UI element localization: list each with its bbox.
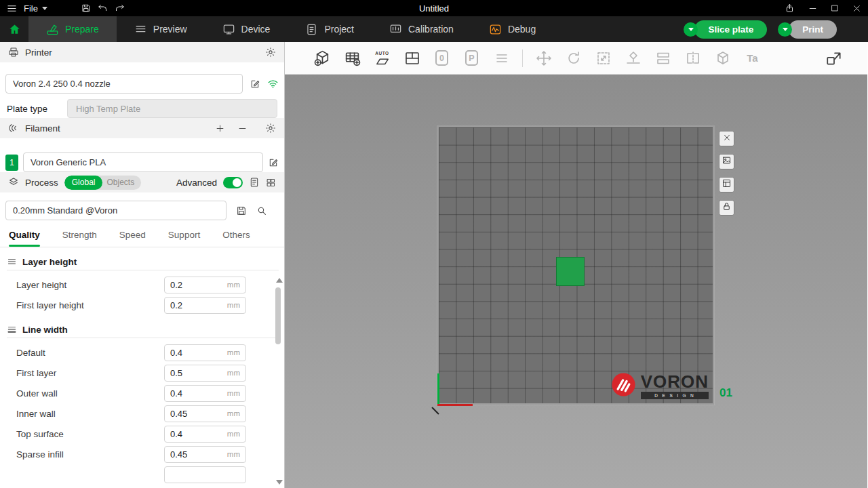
- maximize-button[interactable]: [831, 4, 839, 12]
- lay-flat-icon[interactable]: [624, 47, 642, 69]
- process-list-icon[interactable]: [249, 177, 260, 188]
- param-input[interactable]: 0.5 mm: [164, 365, 246, 382]
- param-input[interactable]: 0.4 mm: [164, 344, 246, 361]
- printer-connection-wifi-icon[interactable]: [267, 78, 279, 89]
- param-row: First layer height 0.2 mm: [16, 295, 246, 315]
- process-scope-toggle[interactable]: Global Objects: [64, 176, 141, 190]
- advanced-toggle[interactable]: [223, 177, 243, 188]
- origin-axis-icon: [431, 407, 439, 414]
- auto-orient-icon[interactable]: AUTO: [373, 47, 391, 69]
- scale-icon[interactable]: [594, 47, 612, 69]
- process-section-title: Process: [25, 178, 58, 188]
- lock-icon: [722, 201, 732, 214]
- param-label: Default: [16, 348, 45, 358]
- printer-gear-icon[interactable]: [265, 47, 276, 58]
- scrollbar-thumb[interactable]: [275, 287, 281, 344]
- tab-debug[interactable]: Debug: [471, 16, 553, 42]
- search-icon[interactable]: [256, 205, 267, 216]
- filament-gear-icon[interactable]: [265, 123, 276, 134]
- plate-type-label: Plate type: [7, 104, 60, 114]
- filament-slot-badge[interactable]: 1: [5, 155, 18, 171]
- minimize-button[interactable]: [808, 4, 817, 13]
- save-preset-icon[interactable]: [236, 205, 247, 216]
- zero-badge-icon[interactable]: 0: [433, 47, 451, 69]
- move-icon[interactable]: [534, 47, 553, 69]
- plate-settings-button[interactable]: [719, 177, 734, 192]
- split-objects-icon[interactable]: [684, 47, 702, 69]
- tab-calibration[interactable]: Calibration: [372, 16, 471, 42]
- plate-lock-button[interactable]: [719, 200, 734, 216]
- tab-prepare[interactable]: Prepare: [28, 16, 117, 42]
- p-badge-icon[interactable]: P: [462, 47, 481, 69]
- process-preset-select[interactable]: 0.20mm Standard @Voron: [5, 201, 226, 220]
- param-input[interactable]: 0.2 mm: [164, 277, 246, 293]
- chevron-down-icon: [783, 28, 788, 31]
- add-filament-icon[interactable]: [215, 123, 225, 134]
- slice-plate-button[interactable]: Slice plate: [694, 20, 767, 39]
- plate-close-button[interactable]: [719, 131, 734, 146]
- param-input[interactable]: 0.4 mm: [164, 385, 246, 402]
- home-button[interactable]: [0, 16, 28, 42]
- model-object[interactable]: [556, 257, 585, 286]
- param-label: Layer height: [16, 280, 66, 290]
- export-icon[interactable]: [785, 3, 795, 13]
- edit-printer-icon[interactable]: [250, 79, 260, 89]
- tab-project-label: Project: [324, 24, 354, 35]
- viewport-3d[interactable]: AUTO 0 P: [285, 42, 867, 488]
- line-width-icon: [7, 325, 17, 335]
- arrange-icon[interactable]: [403, 47, 421, 69]
- save-icon[interactable]: [81, 3, 91, 13]
- plate-type-select[interactable]: High Temp Plate: [67, 99, 277, 118]
- scroll-up-icon[interactable]: [276, 278, 283, 283]
- param-label: First layer height: [16, 300, 84, 310]
- edit-filament-icon[interactable]: [268, 157, 279, 168]
- param-input[interactable]: 0.45 mm: [164, 446, 246, 463]
- slice-dropdown-button[interactable]: [684, 22, 698, 37]
- tab-strength[interactable]: Strength: [62, 228, 97, 247]
- print-dropdown-button[interactable]: [778, 22, 792, 37]
- param-input[interactable]: 0.45 mm: [164, 405, 246, 422]
- add-object-icon[interactable]: [313, 47, 332, 69]
- print-button[interactable]: Print: [789, 20, 837, 39]
- close-button[interactable]: [852, 4, 861, 13]
- hamburger-menu-icon[interactable]: [7, 3, 17, 14]
- file-menu[interactable]: File: [24, 3, 47, 14]
- list-icon: [722, 178, 732, 191]
- tab-device[interactable]: Device: [205, 16, 288, 42]
- param-input[interactable]: [164, 466, 246, 483]
- param-row: Outer wall 0.4 mm: [16, 383, 246, 403]
- debug-icon: [489, 23, 502, 36]
- tab-calibration-label: Calibration: [408, 24, 454, 35]
- scope-objects[interactable]: Objects: [102, 176, 141, 190]
- redo-icon[interactable]: [115, 3, 125, 14]
- tab-debug-label: Debug: [508, 24, 536, 35]
- build-plate[interactable]: VORON DESIGN: [437, 126, 714, 405]
- cube-outline-icon[interactable]: [713, 47, 732, 69]
- filament-select[interactable]: Voron Generic PLA: [23, 152, 263, 172]
- tab-project[interactable]: Project: [288, 16, 372, 42]
- undo-icon[interactable]: [98, 3, 108, 14]
- split-horizontal-icon[interactable]: [654, 47, 672, 69]
- remove-filament-icon[interactable]: [237, 123, 248, 134]
- printer-section-header: Printer: [0, 42, 284, 62]
- param-input[interactable]: 0.4 mm: [164, 426, 246, 443]
- text-tool-icon[interactable]: Ta: [743, 47, 762, 69]
- plate-image-button[interactable]: [719, 154, 734, 169]
- param-input[interactable]: 0.2 mm: [164, 297, 246, 314]
- scroll-down-icon[interactable]: [276, 480, 283, 485]
- tab-others[interactable]: Others: [222, 228, 250, 247]
- printer-select[interactable]: Voron 2.4 250 0.4 nozzle: [5, 74, 243, 94]
- process-view-icon[interactable]: [266, 178, 276, 188]
- plate-number[interactable]: 01: [719, 386, 732, 400]
- sidebar-scrollbar[interactable]: [274, 277, 283, 486]
- add-plate-icon[interactable]: [343, 47, 361, 69]
- x-axis-indicator: [437, 404, 473, 406]
- scope-global[interactable]: Global: [64, 176, 103, 190]
- tab-support[interactable]: Support: [168, 228, 200, 247]
- rotate-icon[interactable]: [564, 47, 583, 69]
- tab-speed[interactable]: Speed: [119, 228, 146, 247]
- stack-lines-icon[interactable]: [492, 47, 511, 69]
- tab-quality[interactable]: Quality: [9, 228, 40, 247]
- tab-preview[interactable]: Preview: [117, 16, 205, 42]
- assembly-icon[interactable]: [825, 47, 843, 69]
